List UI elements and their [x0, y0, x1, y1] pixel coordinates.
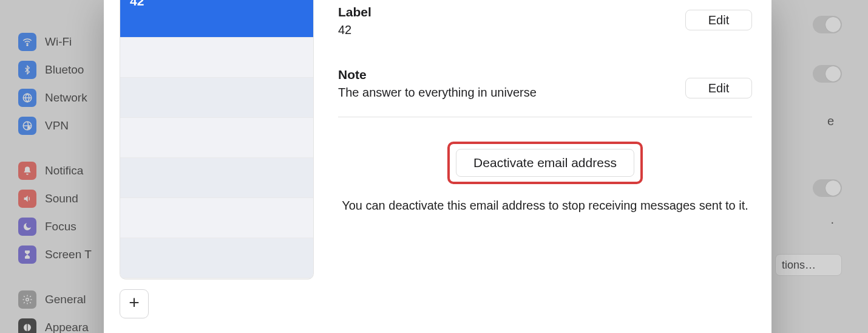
edit-label-button[interactable]: Edit — [685, 10, 752, 30]
email-alias-row[interactable] — [120, 38, 313, 78]
alias-detail-pane: Edit Label 42 Edit Note The answer to ev… — [338, 0, 752, 333]
deactivate-section: Deactivate email address You can deactiv… — [338, 142, 752, 214]
email-alias-label: 42 — [130, 0, 144, 9]
email-alias-row[interactable] — [120, 118, 313, 158]
hide-my-email-panel: 42 + Edit Label 42 Edit Note The answer … — [104, 0, 771, 333]
email-alias-list: 42 — [120, 0, 314, 280]
annotation-highlight: Deactivate email address — [447, 142, 643, 184]
edit-note-button[interactable]: Edit — [685, 78, 752, 98]
email-alias-row[interactable] — [120, 198, 313, 238]
section-divider — [338, 117, 752, 117]
email-alias-row[interactable] — [120, 78, 313, 118]
deactivate-description: You can deactivate this email address to… — [338, 197, 752, 214]
email-alias-row[interactable] — [120, 238, 313, 278]
deactivate-email-button[interactable]: Deactivate email address — [456, 149, 634, 177]
email-alias-row[interactable] — [120, 158, 313, 198]
add-alias-button[interactable]: + — [120, 289, 149, 318]
email-alias-row-selected[interactable]: 42 — [120, 0, 313, 38]
